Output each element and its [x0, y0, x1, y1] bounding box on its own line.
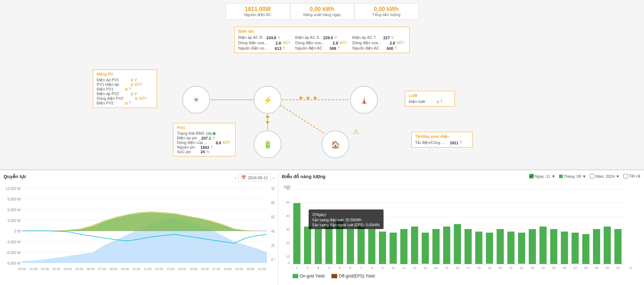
energy-chart-svg: kWh 60 50 40 30 20 10 0 — [282, 183, 632, 272]
svg-text:17: 17 — [466, 266, 470, 270]
panel-bien-tan: Biến tần Điện áp AC R 234.8 V Điện áp AC… — [234, 27, 410, 53]
svg-text:🏠: 🏠 — [331, 140, 340, 149]
svg-text:24: 24 — [541, 266, 545, 270]
ctrl-all-check[interactable] — [623, 174, 628, 178]
svg-text:18: 18 — [477, 266, 481, 270]
bar-day-4 — [325, 224, 333, 264]
svg-text:21:00: 21:00 — [258, 267, 266, 271]
svg-text:12: 12 — [413, 266, 416, 270]
panel-tai: Tải/Máy phát điện Tải điện/Công ... 1811… — [411, 132, 473, 147]
svg-text:11:00: 11:00 — [144, 267, 152, 271]
legend-ongrid-label: On-grid Yield — [300, 274, 324, 279]
bar-day-19 — [486, 233, 493, 264]
bt-row-pwr-s: Nguồn điện AC 598 T — [295, 46, 349, 51]
tai-row: Tải điện/Công ... 1811 T — [415, 140, 469, 145]
svg-text:18:00: 18:00 — [224, 267, 232, 271]
pv-v2: Điện áp PV2 0 V — [97, 92, 153, 96]
calendar-icon: 📅 — [241, 175, 246, 180]
svg-text:⚠: ⚠ — [353, 128, 359, 135]
svg-text:-6,000 W: -6,000 W — [6, 251, 21, 255]
nav-next-button[interactable]: › — [273, 175, 274, 180]
svg-text:16: 16 — [456, 266, 459, 270]
legend-offgrid-icon — [331, 274, 337, 278]
ctrl-month[interactable]: Tháng :08 ▼ — [559, 174, 586, 178]
stat-value-daily: 0,00 kWh — [301, 6, 343, 12]
bt-row-acr: Điện áp AC R 234.8 V — [238, 35, 292, 40]
bt-row-cur-s: Dòng điện xoa... 2.8 MÔT — [295, 41, 349, 45]
svg-text:8: 8 — [371, 266, 372, 270]
ctrl-day-arrow: ▼ — [552, 174, 556, 178]
svg-marker-16 — [307, 96, 310, 100]
ctrl-day[interactable]: Ngày :11 ▼ — [529, 174, 556, 178]
svg-text:-9,000 W: -9,000 W — [6, 261, 21, 265]
ctrl-month-dot — [559, 175, 563, 178]
bar-day-26 — [561, 232, 568, 264]
bar-day-28 — [582, 234, 589, 264]
ctrl-all-label: Tất cả — [629, 174, 640, 178]
ctrl-year-check[interactable] — [590, 174, 594, 178]
ctrl-month-label: Tháng :08 — [564, 174, 582, 178]
chart-left-title: Quyền lực — [4, 174, 274, 179]
svg-text:02:00: 02:00 — [41, 267, 49, 271]
legend-offgrid-label: Off-grid(EPS) Yield — [339, 274, 375, 279]
bar-day-23 — [529, 229, 536, 264]
pin1-voltage: Điện áp pin 207.1 V — [177, 136, 232, 140]
top-section: 1811.00W Nguồn điện AC 0,00 kWh Năng suấ… — [0, 0, 644, 169]
chart-right: Biểu đồ năng lượng Ngày :11 ▼ Tháng :08 … — [278, 170, 644, 285]
svg-text:16:00: 16:00 — [201, 267, 209, 271]
bar-day-6 — [347, 229, 354, 264]
svg-text:40 %: 40 % — [271, 229, 275, 233]
svg-text:7: 7 — [360, 266, 362, 270]
bar-day-9 — [379, 232, 386, 264]
svg-text:13: 13 — [424, 266, 427, 270]
stat-label-ac: Nguồn điện AC — [237, 12, 279, 17]
power-chart-svg: 12,000 W 9,000 W 6,000 W 3,000 W 0 W -3,… — [4, 183, 275, 275]
svg-text:15: 15 — [445, 266, 448, 270]
svg-point-0 — [183, 86, 210, 113]
stat-label-total: Tổng sản lượng — [365, 12, 407, 17]
tooltip-line1: Sản lượng điện lưới: 50,50kWh — [312, 218, 361, 222]
pin1-power: Nguồn pin 1843 T — [177, 145, 232, 150]
svg-text:20 %: 20 % — [271, 244, 275, 248]
svg-point-4 — [254, 131, 281, 158]
ctrl-year-label: Năm :2024 — [595, 174, 615, 178]
svg-text:0: 0 — [288, 261, 290, 265]
svg-text:-3,000 W: -3,000 W — [6, 240, 21, 244]
svg-text:100 %: 100 % — [271, 187, 275, 191]
bar-day-24 — [539, 227, 547, 264]
svg-text:11: 11 — [402, 266, 406, 270]
nav-prev-button[interactable]: ‹ — [235, 175, 236, 180]
panel-pin1: Pin1 Trạng thái BMS ON Điện áp pin 207.1… — [173, 123, 235, 156]
bar-day-17 — [465, 229, 472, 264]
bt-row-pwr-r: Nguồn điện xo... 613 T — [238, 46, 292, 51]
svg-text:05:00: 05:00 — [75, 267, 83, 271]
svg-text:20:00: 20:00 — [247, 267, 255, 271]
ctrl-year[interactable]: Năm :2024 ▼ — [590, 174, 620, 178]
date-nav[interactable]: 📅 2024-08-11 — [238, 174, 271, 181]
legend-ongrid: On-grid Yield — [293, 274, 324, 279]
chart-controls: Ngày :11 ▼ Tháng :08 ▼ Năm :2024 ▼ Tất c… — [529, 174, 640, 178]
svg-text:21: 21 — [509, 266, 513, 270]
svg-text:60: 60 — [286, 187, 290, 191]
bar-day-13 — [422, 233, 429, 264]
svg-text:☀: ☀ — [193, 95, 200, 104]
svg-text:14: 14 — [434, 266, 438, 270]
svg-text:17:00: 17:00 — [212, 267, 220, 271]
svg-text:04:00: 04:00 — [64, 267, 72, 271]
stat-total-yield: 0,00 kWh Tổng sản lượng — [354, 4, 419, 20]
bt-row-cur-t: Dòng điện xoa... 2.8 MÔT — [352, 41, 406, 45]
stat-value-total: 0,00 kWh — [365, 6, 407, 12]
bar-day-30 — [604, 227, 611, 264]
ctrl-month-arrow: ▼ — [582, 174, 586, 178]
luoi-row: Điện lưới 0 T — [409, 99, 451, 104]
ctrl-all[interactable]: Tất cả — [623, 174, 640, 178]
tooltip-day: 2(Ngày) — [312, 212, 326, 217]
svg-text:09:00: 09:00 — [121, 267, 129, 271]
ctrl-day-check[interactable] — [529, 174, 534, 178]
luoi-title: Lưới — [409, 93, 451, 98]
svg-text:12:00: 12:00 — [155, 267, 163, 271]
pin1-soc: SoC pin 24 % — [177, 150, 232, 154]
bar-day-2 — [304, 227, 311, 264]
svg-text:19: 19 — [488, 266, 491, 270]
svg-text:10: 10 — [286, 255, 290, 258]
